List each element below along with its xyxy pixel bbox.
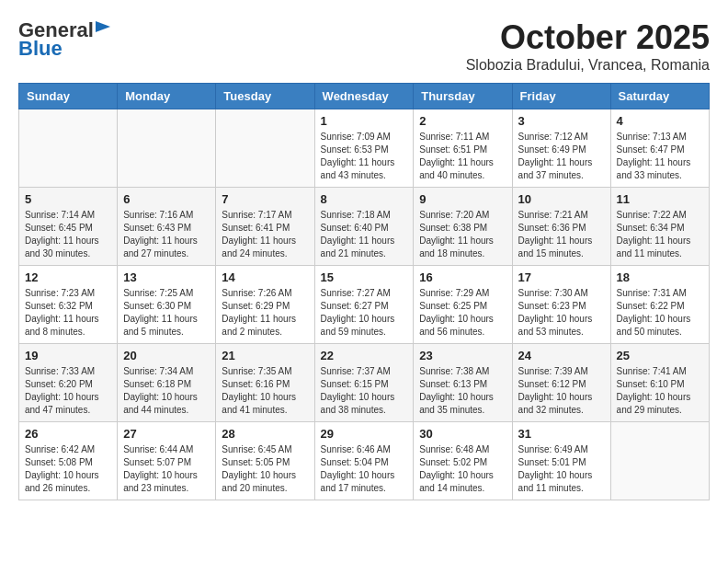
calendar-day-cell: 28Sunrise: 6:45 AM Sunset: 5:05 PM Dayli… [216,422,314,500]
day-number: 18 [617,270,703,284]
day-info: Sunrise: 6:44 AM Sunset: 5:07 PM Dayligh… [123,443,210,495]
day-info: Sunrise: 7:17 AM Sunset: 6:41 PM Dayligh… [222,209,308,260]
day-info: Sunrise: 7:11 AM Sunset: 6:51 PM Dayligh… [419,131,506,182]
calendar-day-cell [118,109,216,188]
day-info: Sunrise: 7:25 AM Sunset: 6:30 PM Dayligh… [123,287,210,339]
weekday-header: Saturday [610,84,709,109]
day-number: 26 [25,427,111,441]
calendar-week-row: 5Sunrise: 7:14 AM Sunset: 6:45 PM Daylig… [19,188,710,266]
day-info: Sunrise: 7:38 AM Sunset: 6:13 PM Dayligh… [419,365,506,417]
day-number: 15 [321,270,408,284]
day-number: 12 [25,270,111,284]
weekday-header: Thursday [414,84,512,109]
day-info: Sunrise: 7:23 AM Sunset: 6:32 PM Dayligh… [25,287,111,339]
calendar-day-cell: 25Sunrise: 7:41 AM Sunset: 6:10 PM Dayli… [610,344,709,422]
day-number: 19 [25,349,111,362]
calendar-week-row: 19Sunrise: 7:33 AM Sunset: 6:20 PM Dayli… [19,344,710,422]
day-info: Sunrise: 7:33 AM Sunset: 6:20 PM Dayligh… [25,365,111,417]
day-info: Sunrise: 7:31 AM Sunset: 6:22 PM Dayligh… [617,287,703,339]
calendar-day-cell: 5Sunrise: 7:14 AM Sunset: 6:45 PM Daylig… [19,188,118,266]
day-number: 20 [123,349,210,362]
weekday-header: Wednesday [314,84,414,109]
day-info: Sunrise: 7:14 AM Sunset: 6:45 PM Dayligh… [25,209,111,260]
calendar-day-cell: 14Sunrise: 7:26 AM Sunset: 6:29 PM Dayli… [216,266,314,344]
day-number: 4 [617,114,703,128]
day-number: 13 [123,270,210,284]
day-info: Sunrise: 7:27 AM Sunset: 6:27 PM Dayligh… [321,287,408,339]
day-info: Sunrise: 7:16 AM Sunset: 6:43 PM Dayligh… [123,209,210,260]
day-number: 17 [518,270,605,284]
day-info: Sunrise: 7:26 AM Sunset: 6:29 PM Dayligh… [222,287,308,339]
day-info: Sunrise: 7:39 AM Sunset: 6:12 PM Dayligh… [518,365,605,417]
calendar-header-row: SundayMondayTuesdayWednesdayThursdayFrid… [19,84,710,109]
calendar-day-cell: 20Sunrise: 7:34 AM Sunset: 6:18 PM Dayli… [118,344,216,422]
day-number: 1 [321,114,408,128]
day-info: Sunrise: 7:30 AM Sunset: 6:23 PM Dayligh… [518,287,605,339]
weekday-header: Monday [118,84,216,109]
calendar-day-cell: 6Sunrise: 7:16 AM Sunset: 6:43 PM Daylig… [118,188,216,266]
day-number: 6 [123,192,210,206]
title-section: October 2025 Slobozia Bradului, Vrancea,… [466,18,710,74]
calendar-day-cell: 19Sunrise: 7:33 AM Sunset: 6:20 PM Dayli… [19,344,118,422]
day-number: 28 [222,427,308,441]
day-number: 5 [25,192,111,206]
calendar-day-cell: 4Sunrise: 7:13 AM Sunset: 6:47 PM Daylig… [610,109,709,188]
calendar-day-cell: 10Sunrise: 7:21 AM Sunset: 6:36 PM Dayli… [512,188,610,266]
calendar-day-cell: 7Sunrise: 7:17 AM Sunset: 6:41 PM Daylig… [216,188,314,266]
day-info: Sunrise: 6:49 AM Sunset: 5:01 PM Dayligh… [518,443,605,495]
day-info: Sunrise: 7:13 AM Sunset: 6:47 PM Dayligh… [617,131,703,182]
calendar-day-cell: 8Sunrise: 7:18 AM Sunset: 6:40 PM Daylig… [314,188,414,266]
calendar-week-row: 1Sunrise: 7:09 AM Sunset: 6:53 PM Daylig… [19,109,710,188]
day-number: 14 [222,270,308,284]
logo-blue-text: Blue [18,37,63,61]
calendar-day-cell [610,422,709,500]
day-number: 3 [518,114,605,128]
calendar-day-cell: 3Sunrise: 7:12 AM Sunset: 6:49 PM Daylig… [512,109,610,188]
logo-flag-icon [96,21,110,40]
svg-marker-0 [96,21,110,32]
day-info: Sunrise: 6:48 AM Sunset: 5:02 PM Dayligh… [419,443,506,495]
calendar-day-cell: 11Sunrise: 7:22 AM Sunset: 6:34 PM Dayli… [610,188,709,266]
day-number: 9 [419,192,506,206]
day-info: Sunrise: 7:18 AM Sunset: 6:40 PM Dayligh… [321,209,408,260]
day-number: 11 [617,192,703,206]
day-number: 27 [123,427,210,441]
day-number: 29 [321,427,408,441]
day-number: 16 [419,270,506,284]
day-info: Sunrise: 6:45 AM Sunset: 5:05 PM Dayligh… [222,443,308,495]
calendar-table: SundayMondayTuesdayWednesdayThursdayFrid… [18,83,710,500]
calendar-day-cell: 17Sunrise: 7:30 AM Sunset: 6:23 PM Dayli… [512,266,610,344]
day-info: Sunrise: 7:37 AM Sunset: 6:15 PM Dayligh… [321,365,408,417]
calendar-day-cell: 23Sunrise: 7:38 AM Sunset: 6:13 PM Dayli… [414,344,512,422]
calendar-day-cell: 27Sunrise: 6:44 AM Sunset: 5:07 PM Dayli… [118,422,216,500]
day-number: 22 [321,349,408,362]
calendar-week-row: 12Sunrise: 7:23 AM Sunset: 6:32 PM Dayli… [19,266,710,344]
day-number: 23 [419,349,506,362]
day-number: 21 [222,349,308,362]
calendar-day-cell: 29Sunrise: 6:46 AM Sunset: 5:04 PM Dayli… [314,422,414,500]
day-number: 8 [321,192,408,206]
calendar-week-row: 26Sunrise: 6:42 AM Sunset: 5:08 PM Dayli… [19,422,710,500]
calendar-day-cell: 26Sunrise: 6:42 AM Sunset: 5:08 PM Dayli… [19,422,118,500]
calendar-day-cell: 1Sunrise: 7:09 AM Sunset: 6:53 PM Daylig… [314,109,414,188]
location-subtitle: Slobozia Bradului, Vrancea, Romania [466,57,710,74]
logo: General Blue [18,18,110,61]
calendar-day-cell: 16Sunrise: 7:29 AM Sunset: 6:25 PM Dayli… [414,266,512,344]
calendar-day-cell: 12Sunrise: 7:23 AM Sunset: 6:32 PM Dayli… [19,266,118,344]
day-number: 2 [419,114,506,128]
page-header: General Blue October 2025 Slobozia Bradu… [18,18,710,74]
calendar-day-cell [19,109,118,188]
calendar-day-cell [216,109,314,188]
calendar-day-cell: 30Sunrise: 6:48 AM Sunset: 5:02 PM Dayli… [414,422,512,500]
day-info: Sunrise: 7:35 AM Sunset: 6:16 PM Dayligh… [222,365,308,417]
day-info: Sunrise: 6:46 AM Sunset: 5:04 PM Dayligh… [321,443,408,495]
calendar-day-cell: 18Sunrise: 7:31 AM Sunset: 6:22 PM Dayli… [610,266,709,344]
weekday-header: Friday [512,84,610,109]
calendar-day-cell: 13Sunrise: 7:25 AM Sunset: 6:30 PM Dayli… [118,266,216,344]
day-number: 7 [222,192,308,206]
day-number: 31 [518,427,605,441]
day-info: Sunrise: 7:21 AM Sunset: 6:36 PM Dayligh… [518,209,605,260]
weekday-header: Sunday [19,84,118,109]
day-number: 30 [419,427,506,441]
day-info: Sunrise: 7:34 AM Sunset: 6:18 PM Dayligh… [123,365,210,417]
